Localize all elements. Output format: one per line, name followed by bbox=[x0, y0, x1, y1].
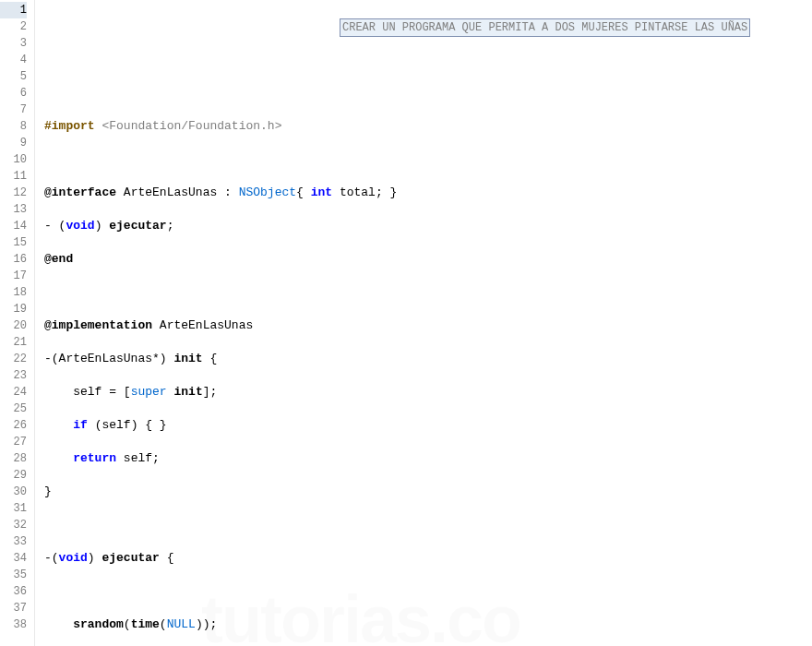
line-number[interactable]: 18 bbox=[0, 284, 27, 301]
end-keyword: @end bbox=[44, 252, 73, 266]
line-number[interactable]: 13 bbox=[0, 201, 27, 218]
code-line[interactable]: if (self) { } bbox=[44, 417, 812, 434]
line-number[interactable]: 9 bbox=[0, 135, 27, 151]
line-number[interactable]: 15 bbox=[0, 234, 27, 251]
line-number[interactable]: 24 bbox=[0, 384, 27, 401]
line-number[interactable]: 2 bbox=[0, 18, 27, 35]
code-line[interactable]: @end bbox=[44, 251, 812, 268]
line-number[interactable]: 16 bbox=[0, 251, 27, 268]
code-line[interactable] bbox=[44, 85, 812, 102]
line-number[interactable]: 38 bbox=[0, 616, 27, 633]
line-number[interactable]: 12 bbox=[0, 185, 27, 201]
line-number[interactable]: 25 bbox=[0, 401, 27, 417]
header-comment: CREAR UN PROGRAMA QUE PERMITA A DOS MUJE… bbox=[340, 18, 750, 37]
code-line[interactable]: CREAR UN PROGRAMA QUE PERMITA A DOS MUJE… bbox=[44, 18, 812, 35]
line-number[interactable]: 29 bbox=[0, 467, 27, 484]
line-number[interactable]: 35 bbox=[0, 567, 27, 583]
line-number[interactable]: 37 bbox=[0, 600, 27, 616]
line-number[interactable]: 17 bbox=[0, 268, 27, 284]
code-line[interactable]: @interface ArteEnLasUnas : NSObject{ int… bbox=[44, 185, 812, 201]
line-number[interactable]: 34 bbox=[0, 550, 27, 567]
code-line[interactable]: return self; bbox=[44, 450, 812, 467]
line-number[interactable]: 20 bbox=[0, 317, 27, 334]
line-number[interactable]: 31 bbox=[0, 500, 27, 517]
import-header: <Foundation/Foundation.h> bbox=[102, 119, 281, 133]
code-editor[interactable]: CREAR UN PROGRAMA QUE PERMITA A DOS MUJE… bbox=[35, 0, 812, 646]
line-number[interactable]: 11 bbox=[0, 168, 27, 185]
line-number[interactable]: 26 bbox=[0, 417, 27, 434]
line-number[interactable]: 30 bbox=[0, 484, 27, 500]
line-number[interactable]: 1 bbox=[0, 2, 27, 18]
line-number[interactable]: 6 bbox=[0, 85, 27, 102]
line-number[interactable]: 14 bbox=[0, 218, 27, 234]
line-number[interactable]: 23 bbox=[0, 367, 27, 384]
code-line[interactable] bbox=[44, 151, 812, 168]
code-line[interactable]: srandom(time(NULL)); bbox=[44, 616, 812, 633]
line-number[interactable]: 3 bbox=[0, 35, 27, 52]
line-number[interactable]: 28 bbox=[0, 450, 27, 467]
line-number[interactable]: 33 bbox=[0, 533, 27, 550]
code-line[interactable]: @implementation ArteEnLasUnas bbox=[44, 317, 812, 334]
implementation-keyword: @implementation bbox=[44, 318, 152, 332]
line-number[interactable]: 19 bbox=[0, 301, 27, 317]
line-gutter: 1 2 3 4 5 6 7 8 9 10 11 12 13 14 15 16 1… bbox=[0, 0, 35, 646]
line-number[interactable]: 7 bbox=[0, 102, 27, 118]
line-number[interactable]: 4 bbox=[0, 52, 27, 68]
line-number[interactable]: 36 bbox=[0, 583, 27, 600]
code-line[interactable]: } bbox=[44, 484, 812, 500]
import-directive: #import bbox=[44, 119, 95, 133]
line-number[interactable]: 32 bbox=[0, 517, 27, 533]
code-line[interactable]: -(ArteEnLasUnas*) init { bbox=[44, 351, 812, 367]
code-line[interactable] bbox=[44, 52, 812, 68]
code-line[interactable] bbox=[44, 583, 812, 600]
code-line[interactable]: #import <Foundation/Foundation.h> bbox=[44, 118, 812, 135]
line-number[interactable]: 22 bbox=[0, 351, 27, 367]
line-number[interactable]: 5 bbox=[0, 68, 27, 85]
code-line[interactable] bbox=[44, 517, 812, 533]
line-number[interactable]: 27 bbox=[0, 434, 27, 450]
code-line[interactable] bbox=[44, 284, 812, 301]
line-number[interactable]: 21 bbox=[0, 334, 27, 351]
interface-keyword: @interface bbox=[44, 185, 116, 199]
code-line[interactable]: self = [super init]; bbox=[44, 384, 812, 401]
line-number[interactable]: 10 bbox=[0, 151, 27, 168]
line-number[interactable]: 8 bbox=[0, 118, 27, 135]
code-line[interactable]: -(void) ejecutar { bbox=[44, 550, 812, 567]
code-line[interactable]: - (void) ejecutar; bbox=[44, 218, 812, 234]
